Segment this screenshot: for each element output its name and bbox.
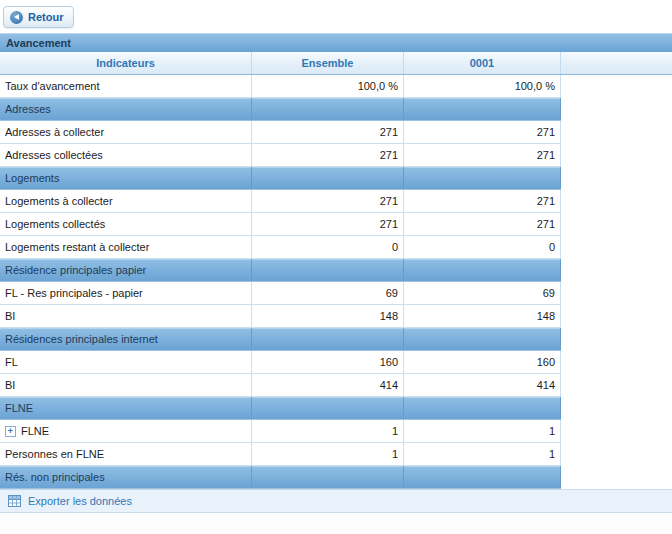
value-0001: 271 — [404, 144, 561, 166]
value-ensemble — [252, 466, 404, 488]
indicator-label-text: FLNE — [21, 425, 49, 437]
table-body: Taux d'avancement100,0 %100,0 %AdressesA… — [0, 75, 561, 489]
value-ensemble — [252, 397, 404, 419]
indicator-label: FLNE — [0, 397, 252, 419]
section-row: FLNE — [0, 397, 561, 420]
value-0001 — [404, 167, 561, 189]
column-header-0001: 0001 — [404, 52, 561, 74]
value-0001 — [404, 328, 561, 350]
value-0001: 0 — [404, 236, 561, 258]
table-row: Adresses à collecter271271 — [0, 121, 561, 144]
indicator-label-text: Adresses — [5, 103, 51, 115]
table-row: FL - Res principales - papier6969 — [0, 282, 561, 305]
table-row: Personnes en FLNE11 — [0, 443, 561, 466]
table-row: FL160160 — [0, 351, 561, 374]
value-0001: 271 — [404, 213, 561, 235]
value-0001: 69 — [404, 282, 561, 304]
indicator-label-text: Adresses à collecter — [5, 126, 104, 138]
indicator-label: FL — [0, 351, 252, 373]
value-0001: 271 — [404, 190, 561, 212]
table-row: BI414414 — [0, 374, 561, 397]
table-row: Taux d'avancement100,0 %100,0 % — [0, 75, 561, 98]
value-0001 — [404, 397, 561, 419]
expand-plus-icon[interactable]: + — [5, 426, 16, 437]
indicator-label: Rés. non principales — [0, 466, 252, 488]
section-row: Résidences principales internet — [0, 328, 561, 351]
indicator-label: Logements — [0, 167, 252, 189]
value-0001: 148 — [404, 305, 561, 327]
indicator-label-text: Résidences principales internet — [5, 333, 158, 345]
value-0001 — [404, 259, 561, 281]
export-link[interactable]: Exporter les données — [28, 495, 132, 507]
back-arrow-icon — [10, 11, 23, 24]
value-0001: 1 — [404, 420, 561, 442]
value-ensemble: 271 — [252, 121, 404, 143]
indicator-label-text: Adresses collectées — [5, 149, 103, 161]
value-ensemble — [252, 98, 404, 120]
table-row: BI148148 — [0, 305, 561, 328]
back-button-label: Retour — [28, 11, 63, 23]
value-ensemble: 1 — [252, 420, 404, 442]
indicator-label-text: Logements collectés — [5, 218, 105, 230]
indicator-label-text: Rés. non principales — [5, 471, 105, 483]
back-button[interactable]: Retour — [3, 6, 74, 28]
indicator-label-text: Logements restant à collecter — [5, 241, 149, 253]
table-row: Logements restant à collecter00 — [0, 236, 561, 259]
indicator-label-text: BI — [5, 310, 15, 322]
bottom-spacer — [0, 513, 672, 534]
indicator-label: +FLNE — [0, 420, 252, 442]
value-0001: 1 — [404, 443, 561, 465]
value-ensemble — [252, 328, 404, 350]
indicator-label: Taux d'avancement — [0, 75, 252, 97]
column-header-ensemble: Ensemble — [252, 52, 404, 74]
value-0001: 271 — [404, 121, 561, 143]
value-0001 — [404, 98, 561, 120]
indicator-label: Adresses à collecter — [0, 121, 252, 143]
value-ensemble: 0 — [252, 236, 404, 258]
value-ensemble — [252, 259, 404, 281]
indicator-label: FL - Res principales - papier — [0, 282, 252, 304]
section-row: Logements — [0, 167, 561, 190]
indicator-label-text: Résidence principales papier — [5, 264, 146, 276]
value-0001: 160 — [404, 351, 561, 373]
indicator-label: BI — [0, 374, 252, 396]
panel-title: Avancement — [6, 37, 71, 49]
section-row: Résidence principales papier — [0, 259, 561, 282]
value-0001: 100,0 % — [404, 75, 561, 97]
indicator-label-text: Logements — [5, 172, 59, 184]
export-bar: Exporter les données — [0, 489, 672, 513]
table-row: Adresses collectées271271 — [0, 144, 561, 167]
indicator-label: BI — [0, 305, 252, 327]
value-ensemble: 271 — [252, 190, 404, 212]
indicator-label: Résidences principales internet — [0, 328, 252, 350]
screen: Retour Avancement Indicateurs Ensemble 0… — [0, 0, 672, 534]
panel-header: Avancement — [0, 33, 672, 52]
column-header-filler — [561, 52, 672, 74]
top-toolbar: Retour — [0, 0, 672, 33]
value-ensemble — [252, 167, 404, 189]
indicator-label-text: Personnes en FLNE — [5, 448, 104, 460]
value-ensemble: 100,0 % — [252, 75, 404, 97]
value-0001 — [404, 466, 561, 488]
table-row: Logements à collecter271271 — [0, 190, 561, 213]
value-ensemble: 414 — [252, 374, 404, 396]
section-row: Rés. non principales — [0, 466, 561, 489]
table-row: +FLNE11 — [0, 420, 561, 443]
indicator-label: Logements restant à collecter — [0, 236, 252, 258]
indicator-label-text: FLNE — [5, 402, 33, 414]
value-ensemble: 271 — [252, 213, 404, 235]
table-grid-icon — [8, 495, 21, 507]
value-ensemble: 271 — [252, 144, 404, 166]
value-ensemble: 1 — [252, 443, 404, 465]
indicator-label: Résidence principales papier — [0, 259, 252, 281]
value-ensemble: 69 — [252, 282, 404, 304]
indicator-label-text: FL - Res principales - papier — [5, 287, 143, 299]
indicator-label-text: Taux d'avancement — [5, 80, 99, 92]
indicator-label-text: FL — [5, 356, 18, 368]
section-row: Adresses — [0, 98, 561, 121]
indicator-label: Adresses collectées — [0, 144, 252, 166]
value-ensemble: 148 — [252, 305, 404, 327]
indicator-label: Personnes en FLNE — [0, 443, 252, 465]
indicator-label: Adresses — [0, 98, 252, 120]
indicator-label-text: BI — [5, 379, 15, 391]
